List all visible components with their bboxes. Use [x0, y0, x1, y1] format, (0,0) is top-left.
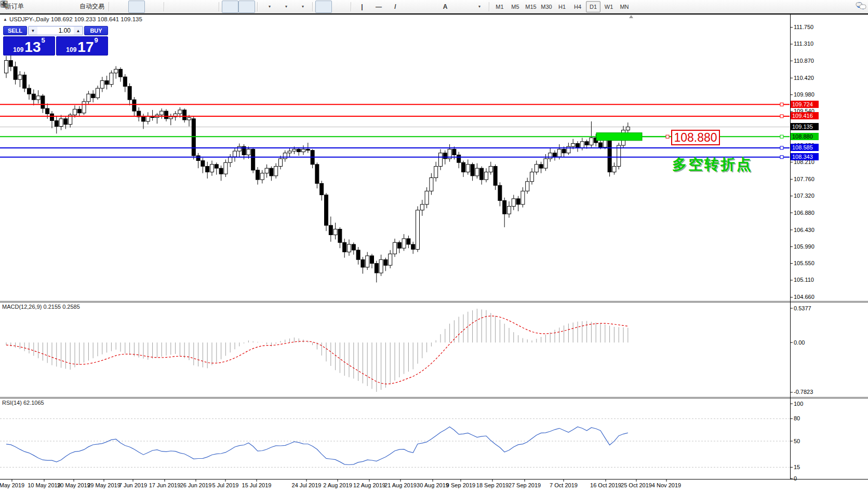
chart-title-text: USDJPY-,Daily 108.692 109.233 108.641 10…: [9, 16, 142, 22]
tile-windows-button[interactable]: [200, 1, 217, 13]
rsi-tick: 100: [794, 401, 803, 407]
arrows-tool[interactable]: ▾: [470, 1, 487, 13]
timeframe-h1-button[interactable]: H1: [555, 1, 569, 12]
date-label: 7 Jun 2019: [119, 482, 147, 488]
pane-separator[interactable]: [0, 301, 868, 302]
one-click-trading-panel: SELL ▼ 1.00 ▲ BUY 109 13 5 109 17 9: [3, 26, 108, 56]
trendline-icon: /: [392, 3, 399, 10]
macd-tick: -0.7823: [794, 389, 813, 395]
charts-button[interactable]: [26, 1, 43, 13]
price-callout-box[interactable]: 108.880: [671, 130, 720, 145]
dropdown-arrow-icon: ▾: [302, 4, 304, 9]
text-icon: A: [442, 3, 449, 10]
timeframe-w1-button[interactable]: W1: [602, 1, 616, 12]
turning-point-annotation[interactable]: 多空转折点: [672, 155, 753, 174]
rsi-tick: 50: [794, 438, 800, 444]
date-label: 25 Oct 2019: [621, 482, 652, 488]
volume-spinner: ▼ 1.00 ▲: [28, 26, 83, 35]
horizontal-line-icon: —: [375, 3, 382, 10]
sell-price-box[interactable]: 109 13 5: [3, 36, 55, 56]
chart-shift-button[interactable]: [238, 1, 255, 13]
chart-canvas[interactable]: [0, 13, 868, 493]
timeframe-buttons: M1M5M15M30H1H4D1W1MN: [492, 1, 632, 12]
toolbar-separator: [164, 2, 165, 11]
date-label: 24 Jul 2019: [292, 482, 322, 488]
timeframe-m15-button[interactable]: M15: [524, 1, 538, 12]
channel-tool[interactable]: E: [404, 1, 420, 13]
volume-field[interactable]: 1.00: [37, 26, 74, 35]
toolbar-separator: [489, 2, 490, 11]
date-label: 4 Nov 2019: [652, 482, 681, 488]
price-axis-line: [790, 15, 791, 480]
toolbar-separator: [351, 2, 352, 11]
dropdown-arrow-icon: ▾: [285, 4, 287, 9]
trendline-tool[interactable]: /: [387, 1, 404, 13]
templates-button[interactable]: ▾: [293, 1, 310, 13]
text-label-tool[interactable]: T: [453, 1, 470, 13]
date-label: 26 Jun 2019: [180, 482, 212, 488]
price-tick: 105.990: [794, 243, 814, 250]
date-label: 27 Sep 2019: [509, 482, 541, 488]
date-label: 7 Oct 2019: [550, 482, 578, 488]
rsi-label: RSI(14) 62.1065: [2, 400, 44, 406]
autotrading-button[interactable]: 自动交易: [76, 1, 106, 13]
date-label: May 2019: [0, 482, 24, 488]
price-tick: 104.660: [794, 294, 814, 300]
price-tick: 107.320: [794, 193, 814, 199]
date-label: 12 Aug 2019: [353, 482, 385, 488]
volume-up-button[interactable]: ▲: [74, 26, 83, 35]
zoom-in-button[interactable]: [167, 1, 183, 13]
bar-chart-button[interactable]: [112, 1, 128, 13]
toolbar-separator: [312, 2, 313, 11]
sell-price-point: 5: [41, 37, 45, 43]
price-tick: 109.980: [794, 91, 814, 98]
macd-tick: 0.00: [794, 339, 805, 346]
price-axis-label: 108.343: [791, 153, 819, 160]
date-label: 5 Jul 2019: [212, 482, 239, 488]
sell-button[interactable]: SELL: [3, 26, 27, 35]
price-tick: 110.870: [794, 58, 814, 64]
date-label: 21 Aug 2019: [384, 482, 417, 488]
price-axis-label: 109.135: [791, 123, 819, 130]
price-tick: 111.750: [794, 24, 813, 30]
timeframe-m30-button[interactable]: M30: [539, 1, 554, 12]
toolbar-separator: [219, 2, 220, 11]
buy-price-box[interactable]: 109 17 9: [56, 36, 108, 56]
buy-button[interactable]: BUY: [84, 26, 108, 35]
timeframe-h4-button[interactable]: H4: [570, 1, 585, 12]
price-tick: 110.420: [794, 75, 814, 81]
price-axis-label: 108.880: [791, 133, 819, 140]
rsi-tick: 0: [794, 475, 797, 482]
zoom-out-button[interactable]: [183, 1, 200, 13]
signals-button[interactable]: [59, 1, 76, 13]
chart-window[interactable]: ▲USDJPY-,Daily 108.692 109.233 108.641 1…: [0, 13, 868, 493]
time-axis-line: [0, 479, 868, 480]
date-label: 15 Jul 2019: [242, 482, 272, 488]
volume-down-button[interactable]: ▼: [29, 26, 37, 35]
indicators-button[interactable]: ▾: [260, 1, 277, 13]
candlestick-chart-button[interactable]: [128, 1, 145, 13]
price-tick: 107.760: [794, 176, 814, 182]
auto-scroll-button[interactable]: [222, 1, 238, 13]
rsi-tick: 15: [794, 464, 800, 470]
profiles-button[interactable]: [43, 1, 59, 13]
price-axis-label: 108.585: [791, 144, 819, 151]
chart-title: ▲USDJPY-,Daily 108.692 109.233 108.641 1…: [3, 16, 142, 22]
crosshair-button[interactable]: [332, 1, 349, 13]
price-tick: 106.880: [794, 210, 814, 216]
macd-label: MACD(12,26,9) 0.2155 0.2585: [2, 304, 80, 310]
pane-separator[interactable]: [0, 397, 868, 398]
vertical-line-tool[interactable]: |: [354, 1, 370, 13]
fibonacci-tool[interactable]: F: [420, 1, 437, 13]
price-tick: 105.110: [794, 277, 814, 283]
line-chart-button[interactable]: [145, 1, 162, 13]
text-tool[interactable]: A: [437, 1, 453, 13]
horizontal-line-tool[interactable]: —: [370, 1, 387, 13]
timeframe-mn-button[interactable]: MN: [617, 1, 632, 12]
timeframe-m1-button[interactable]: M1: [492, 1, 507, 12]
timeframe-d1-button[interactable]: D1: [586, 1, 600, 12]
periods-button[interactable]: ▾: [277, 1, 293, 13]
buy-price-figure: 109: [66, 46, 76, 53]
timeframe-m5-button[interactable]: M5: [508, 1, 523, 12]
cursor-button[interactable]: [315, 1, 332, 13]
